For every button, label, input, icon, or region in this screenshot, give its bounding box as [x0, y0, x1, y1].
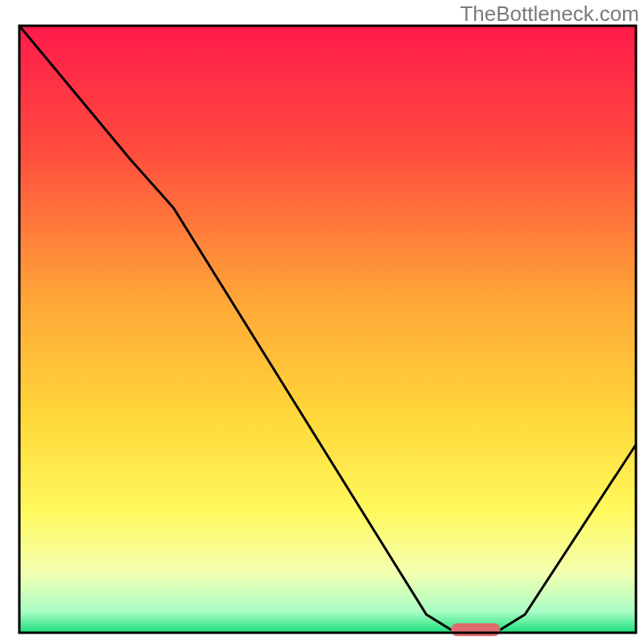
- chart-stage: TheBottleneck.com: [0, 0, 644, 644]
- optimum-marker: [451, 623, 500, 636]
- bottleneck-chart: [0, 0, 644, 644]
- plot-background: [19, 26, 636, 633]
